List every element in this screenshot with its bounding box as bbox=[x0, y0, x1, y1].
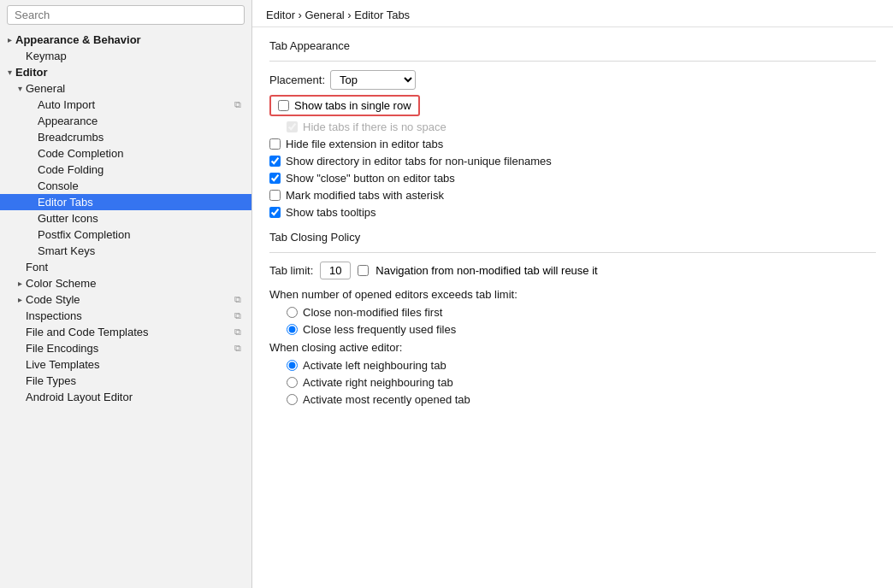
close-non-modified-radio[interactable] bbox=[287, 307, 298, 318]
sidebar-item-font[interactable]: Font bbox=[0, 259, 251, 275]
show-close-button-label[interactable]: Show "close" button on editor tabs bbox=[286, 172, 455, 185]
sidebar-item-console[interactable]: Console bbox=[0, 178, 251, 194]
sidebar-item-postfix-completion[interactable]: Postfix Completion bbox=[0, 226, 251, 243]
sidebar-item-label-postfix-completion: Postfix Completion bbox=[38, 228, 246, 241]
sidebar-item-code-completion[interactable]: Code Completion bbox=[0, 145, 251, 162]
activate-right-row: Activate right neighbouring tab bbox=[287, 376, 876, 389]
hide-file-ext-row: Hide file extension in editor tabs bbox=[269, 138, 876, 150]
copy-icon-file-code-templates: ⧉ bbox=[234, 326, 246, 338]
activate-recent-row: Activate most recently opened tab bbox=[287, 393, 876, 406]
hide-tabs-no-space-row: Hide tabs if there is no space bbox=[269, 121, 876, 133]
navigation-reuse-checkbox[interactable] bbox=[358, 265, 369, 276]
mark-modified-label[interactable]: Mark modified tabs with asterisk bbox=[286, 189, 444, 202]
sidebar-item-live-templates[interactable]: Live Templates bbox=[0, 356, 251, 373]
sidebar-item-label-inspections: Inspections bbox=[26, 309, 231, 322]
tree: ▸Appearance & BehaviorKeymap▾Editor▾Gene… bbox=[0, 30, 251, 407]
close-non-modified-radio-label[interactable]: Close non-modified files first bbox=[303, 306, 442, 319]
activate-right-radio-label[interactable]: Activate right neighbouring tab bbox=[303, 376, 453, 389]
sidebar-item-label-android-layout-editor: Android Layout Editor bbox=[26, 391, 246, 403]
when-exceeds-label: When number of opened editors exceeds ta… bbox=[269, 288, 876, 301]
show-tabs-single-row-label[interactable]: Show tabs in single row bbox=[294, 99, 411, 112]
sidebar-item-file-code-templates[interactable]: File and Code Templates⧉ bbox=[0, 324, 251, 340]
show-tabs-single-row-checkbox[interactable] bbox=[278, 100, 289, 111]
hide-file-extension-checkbox[interactable] bbox=[269, 138, 281, 150]
sidebar-item-appearance-behavior[interactable]: ▸Appearance & Behavior bbox=[0, 32, 251, 48]
sidebar-item-file-types[interactable]: File Types bbox=[0, 373, 251, 389]
sidebar-item-label-breadcrumbs: Breadcrumbs bbox=[38, 131, 246, 144]
sidebar-item-label-live-templates: Live Templates bbox=[26, 358, 246, 371]
sidebar-item-editor[interactable]: ▾Editor bbox=[0, 64, 251, 80]
show-tabs-single-row-container: Show tabs in single row bbox=[269, 95, 420, 116]
copy-icon-auto-import: ⧉ bbox=[234, 99, 246, 110]
sidebar-item-label-color-scheme: Color Scheme bbox=[26, 277, 246, 290]
sidebar-item-keymap[interactable]: Keymap bbox=[0, 48, 251, 64]
sidebar-item-label-console: Console bbox=[38, 179, 246, 192]
hide-tabs-no-space-label: Hide tabs if there is no space bbox=[303, 121, 446, 133]
sidebar-item-auto-import[interactable]: Auto Import⧉ bbox=[0, 97, 251, 113]
mark-modified-row: Mark modified tabs with asterisk bbox=[269, 189, 876, 202]
mark-modified-checkbox[interactable] bbox=[269, 190, 281, 201]
section-divider-1 bbox=[269, 61, 876, 62]
sidebar-item-label-code-completion: Code Completion bbox=[38, 147, 246, 160]
sidebar-item-label-auto-import: Auto Import bbox=[38, 98, 231, 111]
copy-icon-inspections: ⧉ bbox=[234, 310, 246, 321]
show-tooltips-label[interactable]: Show tabs tooltips bbox=[286, 206, 376, 219]
sidebar-item-label-editor-tabs: Editor Tabs bbox=[38, 196, 246, 209]
activate-left-radio[interactable] bbox=[287, 360, 298, 371]
close-less-frequently-radio-label[interactable]: Close less frequently used files bbox=[303, 323, 456, 336]
activate-recent-radio-label[interactable]: Activate most recently opened tab bbox=[303, 393, 470, 406]
show-close-button-checkbox[interactable] bbox=[269, 173, 281, 184]
when-closing-label: When closing active editor: bbox=[269, 341, 876, 354]
sidebar-item-label-file-types: File Types bbox=[26, 374, 246, 387]
sidebar-item-gutter-icons[interactable]: Gutter Icons bbox=[0, 210, 251, 226]
hide-file-extension-label[interactable]: Hide file extension in editor tabs bbox=[286, 138, 443, 150]
show-close-button-row: Show "close" button on editor tabs bbox=[269, 172, 876, 185]
sidebar-item-android-layout-editor[interactable]: Android Layout Editor bbox=[0, 389, 251, 405]
navigation-reuse-label[interactable]: Navigation from non-modified tab will re… bbox=[376, 264, 597, 277]
sidebar-item-editor-tabs[interactable]: Editor Tabs bbox=[0, 194, 251, 210]
activate-right-radio[interactable] bbox=[287, 377, 298, 388]
sidebar-item-general[interactable]: ▾General bbox=[0, 80, 251, 97]
section-divider-2 bbox=[269, 252, 876, 253]
placement-select[interactable]: TopBottomLeftRightNone bbox=[330, 70, 416, 90]
main-panel: Editor › General › Editor Tabs Tab Appea… bbox=[252, 0, 893, 588]
arrow-icon-code-style: ▸ bbox=[14, 295, 26, 304]
sidebar-item-file-encodings[interactable]: File Encodings⧉ bbox=[0, 340, 251, 356]
tab-limit-input[interactable] bbox=[320, 262, 351, 279]
copy-icon-code-style: ⧉ bbox=[234, 294, 246, 305]
sidebar-item-label-keymap: Keymap bbox=[26, 50, 246, 62]
sidebar-item-color-scheme[interactable]: ▸Color Scheme bbox=[0, 275, 251, 291]
arrow-icon-editor: ▾ bbox=[3, 68, 15, 77]
exceeds-options: Close non-modified files first Close les… bbox=[269, 306, 876, 336]
close-less-frequently-radio[interactable] bbox=[287, 324, 298, 335]
breadcrumb: Editor › General › Editor Tabs bbox=[252, 0, 893, 27]
sidebar-item-label-code-style: Code Style bbox=[26, 293, 231, 306]
show-directory-label[interactable]: Show directory in editor tabs for non-un… bbox=[286, 155, 552, 168]
placement-row: Placement: TopBottomLeftRightNone bbox=[269, 70, 876, 90]
sidebar-item-label-editor: Editor bbox=[15, 66, 246, 79]
arrow-icon-appearance-behavior: ▸ bbox=[3, 35, 15, 44]
activate-recent-radio[interactable] bbox=[287, 394, 298, 405]
show-directory-checkbox[interactable] bbox=[269, 156, 281, 167]
activate-left-row: Activate left neighbouring tab bbox=[287, 359, 876, 372]
closing-options: Activate left neighbouring tab Activate … bbox=[269, 359, 876, 406]
show-tooltips-row: Show tabs tooltips bbox=[269, 206, 876, 219]
search-input[interactable] bbox=[7, 5, 245, 25]
placement-label: Placement: bbox=[269, 74, 325, 86]
sidebar-item-label-code-folding: Code Folding bbox=[38, 163, 246, 176]
copy-icon-file-encodings: ⧉ bbox=[234, 343, 246, 354]
sidebar-item-label-smart-keys: Smart Keys bbox=[38, 244, 246, 257]
show-tooltips-checkbox[interactable] bbox=[269, 207, 281, 218]
sidebar-item-breadcrumbs[interactable]: Breadcrumbs bbox=[0, 129, 251, 145]
tab-limit-label: Tab limit: bbox=[269, 264, 313, 277]
activate-left-radio-label[interactable]: Activate left neighbouring tab bbox=[303, 359, 446, 372]
sidebar-item-label-file-encodings: File Encodings bbox=[26, 342, 231, 355]
sidebar-item-inspections[interactable]: Inspections⧉ bbox=[0, 308, 251, 324]
sidebar-item-code-folding[interactable]: Code Folding bbox=[0, 162, 251, 178]
arrow-icon-general: ▾ bbox=[14, 84, 26, 93]
close-non-modified-row: Close non-modified files first bbox=[287, 306, 876, 319]
sidebar-item-appearance[interactable]: Appearance bbox=[0, 113, 251, 129]
sidebar-item-label-file-code-templates: File and Code Templates bbox=[26, 326, 231, 338]
sidebar-item-smart-keys[interactable]: Smart Keys bbox=[0, 243, 251, 259]
sidebar-item-code-style[interactable]: ▸Code Style⧉ bbox=[0, 291, 251, 308]
